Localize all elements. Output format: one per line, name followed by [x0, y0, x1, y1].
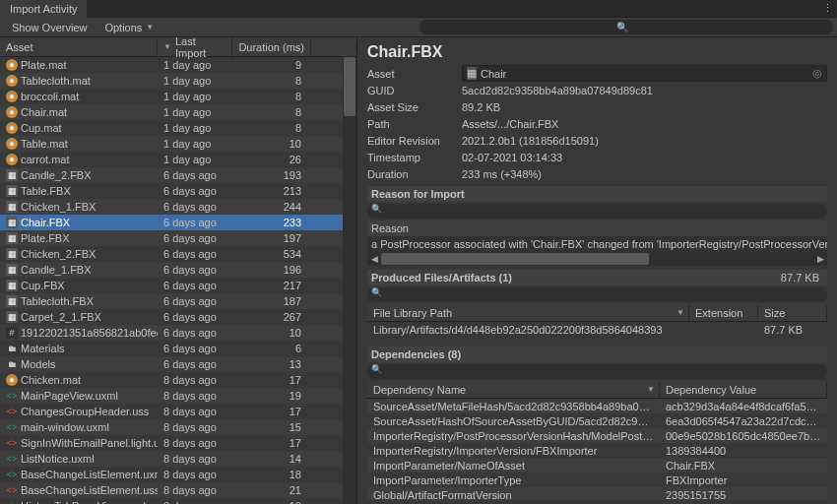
artifact-row[interactable]: Library/Artifacts/d4/d448eb92a250d022200…: [367, 322, 827, 337]
artifacts-col-ext[interactable]: Extension: [689, 305, 758, 321]
asset-list-rows[interactable]: ●Plate.mat1 day ago9●Tablecloth.mat1 day…: [0, 57, 356, 504]
section-artifacts-label: Produced Files/Artifacts (1): [371, 272, 512, 284]
asset-last-import: 6 days ago: [158, 248, 232, 260]
reason-search-input[interactable]: [367, 204, 827, 219]
asset-list-row[interactable]: ●broccoli.mat1 day ago8: [0, 89, 356, 104]
asset-duration: 26: [232, 154, 311, 165]
dep-name: ImportParameter/NameOfAsset: [367, 460, 660, 472]
asset-name: Chair.FBX: [21, 217, 70, 228]
artifacts-search-input[interactable]: [367, 287, 827, 302]
asset-list-row[interactable]: #19122021351a856821ab0fec586 days ago10: [0, 325, 356, 341]
asset-duration: 196: [232, 264, 311, 276]
asset-list-row[interactable]: <>MainPageView.uxml8 days ago19: [0, 388, 356, 404]
asset-list-row[interactable]: <>SignInWithEmailPanel.light.uss8 days a…: [0, 435, 356, 451]
asset-list-row[interactable]: ▦Plate.FBX6 days ago197: [0, 230, 356, 246]
asset-list-row[interactable]: <>ListNotice.uxml8 days ago14: [0, 451, 356, 467]
asset-list-row[interactable]: <>ChangesGroupHeader.uss8 days ago17: [0, 404, 356, 419]
asset-list-row[interactable]: ●Table.mat1 day ago10: [0, 136, 356, 152]
asset-list-row[interactable]: ●Chicken.mat8 days ago17: [0, 372, 356, 388]
col-duration[interactable]: Duration (ms): [232, 39, 311, 55]
asset-list-row[interactable]: ▦Cup.FBX6 days ago217: [0, 278, 356, 293]
section-artifacts: Produced Files/Artifacts (1) 87.7 KB: [367, 270, 827, 285]
asset-list-row[interactable]: ▦Chicken_2.FBX6 days ago534: [0, 246, 356, 262]
uxml-icon: <>: [6, 453, 18, 465]
asset-last-import: 8 days ago: [158, 374, 232, 386]
show-overview-button[interactable]: Show Overview: [4, 19, 95, 36]
dependency-row[interactable]: ImporterRegistry/ImporterVersion/FBXImpo…: [367, 443, 827, 458]
dependencies-headers: Dependency Name ▼ Dependency Value: [367, 381, 827, 399]
kebab-menu-icon[interactable]: ⋮: [822, 2, 833, 15]
asset-list-row[interactable]: 🖿Materials6 days ago6: [0, 341, 356, 356]
object-picker-icon[interactable]: ◎: [812, 67, 822, 80]
asset-list-row[interactable]: <>BaseChangeListElement.uxml8 days ago18: [0, 467, 356, 482]
details-panel: Chair.FBX Asset ▦ Chair ◎ GUID5acd2d82c9…: [356, 37, 837, 504]
asset-name: Tablecloth.FBX: [21, 295, 94, 307]
asset-list-row[interactable]: <>BaseChangeListElement.uss8 days ago21: [0, 482, 356, 498]
asset-list-row[interactable]: ▦Candle_1.FBX6 days ago196: [0, 262, 356, 278]
asset-list-row[interactable]: ●carrot.mat1 day ago26: [0, 152, 356, 167]
tab-import-activity[interactable]: Import Activity: [0, 0, 87, 18]
artifacts-col-file[interactable]: File Library Path ▼: [367, 305, 689, 321]
scroll-thumb[interactable]: [344, 57, 355, 116]
asset-list-row[interactable]: ▦Table.FBX6 days ago213: [0, 183, 356, 199]
artifacts-col-size[interactable]: Size: [758, 305, 827, 321]
dependencies-search-input[interactable]: [367, 364, 827, 379]
asset-list-row[interactable]: ▦Candle_2.FBX6 days ago193: [0, 167, 356, 183]
scroll-left-icon[interactable]: ◀: [367, 254, 381, 264]
asset-duration: 534: [232, 248, 311, 260]
asset-list-row[interactable]: ▦Chair.FBX6 days ago233: [0, 215, 356, 230]
dependency-row[interactable]: ImportParameter/ImporterTypeFBXImporter: [367, 472, 827, 487]
asset-last-import: 8 days ago: [158, 453, 232, 465]
dependency-row[interactable]: Global/ArtifactFormatVersion2395151755: [367, 487, 827, 500]
asset-duration: 217: [232, 280, 311, 291]
asset-last-import: 1 day ago: [158, 138, 232, 150]
asset-list-row[interactable]: ●Tablecloth.mat1 day ago8: [0, 73, 356, 89]
asset-list-row[interactable]: ●Cup.mat1 day ago8: [0, 120, 356, 136]
asset-list-row[interactable]: ▦Chicken_1.FBX6 days ago244: [0, 199, 356, 215]
scroll-thumb[interactable]: [381, 253, 649, 265]
asset-duration: 13: [232, 358, 311, 370]
dep-value: 1389384400: [660, 445, 827, 457]
dep-col-name[interactable]: Dependency Name ▼: [367, 382, 660, 398]
asset-last-import: 8 days ago: [158, 390, 232, 402]
asset-list-row[interactable]: ▦Tablecloth.FBX6 days ago187: [0, 293, 356, 309]
asset-object-field[interactable]: ▦ Chair ◎: [462, 65, 827, 82]
dep-name: SourceAsset/MetaFileHash/5acd2d82c9358bb…: [367, 401, 660, 412]
kv-guid-label: GUID: [367, 85, 462, 96]
dependency-row[interactable]: ImportParameter/NameOfAssetChair.FBX: [367, 458, 827, 472]
asset-list-row[interactable]: <>main-window.uxml8 days ago15: [0, 419, 356, 435]
asset-last-import: 8 days ago: [158, 406, 232, 417]
asset-name: Table.FBX: [21, 185, 71, 197]
col-asset[interactable]: Asset: [0, 39, 158, 55]
asset-name: Cup.mat: [21, 122, 62, 134]
dep-col-value[interactable]: Dependency Value: [660, 382, 827, 398]
scroll-track[interactable]: [381, 252, 813, 266]
dependency-row[interactable]: SourceAsset/MetaFileHash/5acd2d82c9358bb…: [367, 399, 827, 413]
uss-icon: <>: [6, 484, 18, 496]
dependency-row[interactable]: ImporterRegistry/PostProcessorVersionHas…: [367, 428, 827, 443]
asset-list-scrollbar[interactable]: [343, 57, 356, 504]
dependencies-rows: SourceAsset/MetaFileHash/5acd2d82c9358bb…: [367, 399, 827, 500]
artifacts-rows: Library/Artifacts/d4/d448eb92a250d022200…: [367, 322, 827, 337]
scroll-right-icon[interactable]: ▶: [813, 254, 827, 264]
asset-list-row[interactable]: <>HistoryTabPageView.uxml8 days ago18: [0, 498, 356, 504]
asset-name: BaseChangeListElement.uxml: [21, 469, 158, 480]
asset-list-row[interactable]: 🖿Models6 days ago13: [0, 356, 356, 372]
asset-last-import: 6 days ago: [158, 169, 232, 181]
reason-hscrollbar[interactable]: ◀ ▶: [367, 252, 827, 266]
section-artifacts-size: 87.7 KB: [781, 272, 819, 284]
options-dropdown[interactable]: Options ▼: [97, 19, 161, 36]
fbx-icon: ▦: [6, 185, 18, 197]
asset-name: carrot.mat: [21, 154, 70, 165]
asset-list-panel: Asset ▼ Last Import Duration (ms) ●Plate…: [0, 37, 356, 504]
asset-list-row[interactable]: ▦Carpet_2_1.FBX6 days ago267: [0, 309, 356, 325]
toolbar-search-input[interactable]: [419, 20, 833, 34]
asset-list-row[interactable]: ●Chair.mat1 day ago8: [0, 104, 356, 120]
asset-duration: 19: [232, 390, 311, 402]
mat-icon: ●: [6, 91, 18, 102]
dep-value: acb329d3a4a84e4f8dcaf6fa55ac664c: [660, 401, 827, 412]
reason-subheader: Reason: [367, 220, 827, 236]
asset-name: ListNotice.uxml: [21, 453, 95, 465]
dependency-row[interactable]: SourceAsset/HashOfSourceAssetByGUID/5acd…: [367, 413, 827, 428]
asset-list-row[interactable]: ●Plate.mat1 day ago9: [0, 57, 356, 73]
